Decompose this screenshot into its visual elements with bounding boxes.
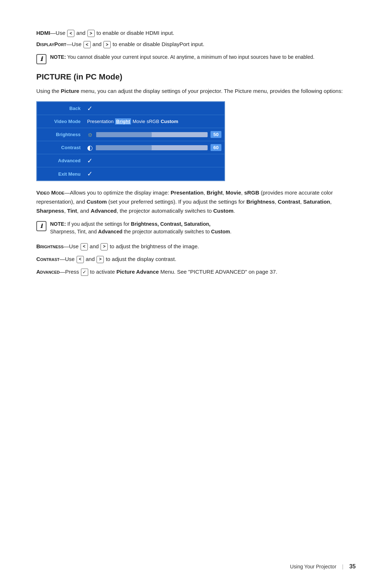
hdmi-description: to enable or disable HDMI input. [97,30,174,36]
brightness-def-line: BRIGHTNESS—Use < and > to adjust the bri… [36,242,356,251]
bright-bold: Bright [207,189,222,196]
advanced-def-line: ADVANCED—Press ✓ to activate Picture Adv… [36,268,356,277]
note-box-1: ℹ NOTE: You cannot disable your current … [36,53,356,64]
note-text-2: NOTE: If you adjust the settings for Bri… [50,220,232,236]
page-footer: Using Your Projector | 35 [290,563,356,570]
contrast-bold2: Contrast [278,199,300,205]
contrast-left-key: < [77,256,84,263]
advanced-def-label: ADVANCED [36,269,60,275]
note2-text3: the projector automatically switches to [122,229,211,234]
contrast-fill [96,145,152,150]
hdmi-line: HDMI—Use < and > to enable or disable HD… [36,29,356,37]
and1: , and [77,208,91,214]
note2-advanced: Advanced [98,229,122,234]
presentation-bold: Presentation [171,189,204,196]
advanced-checkmark: ✓ [87,157,93,165]
video-mode-label: VIDEO MODE [36,189,64,196]
contrast-def-text: —Use [60,256,76,262]
note-icon-1: ℹ [36,54,46,64]
contrast-circle-icon: ◐ [87,144,93,152]
contrast-slider-container: ◐ 60 [87,144,221,152]
comma3: , [241,189,244,196]
advanced-activate: to activate [89,269,117,275]
advanced-menu-text: Menu. See "PICTURE ADVANCED" on page 37. [159,269,277,275]
vmo-presentation: Presentation [87,119,114,124]
movie-bold: Movie [226,189,241,196]
menu-value-advanced: ✓ [84,155,224,167]
vmo-custom: Custom [161,119,178,124]
menu-label-exit: Exit Menu [37,169,84,179]
tint-bold: Tint [67,208,77,214]
contrast-and: and [86,256,95,262]
section-title: PICTURE (in PC Mode) [36,72,356,82]
advanced-bold2: Advanced [91,208,117,214]
menu-label-back: Back [37,103,84,113]
contrast-track [96,145,208,150]
menu-label-advanced: Advanced [37,156,84,166]
advanced-def-text: —Press [60,269,81,275]
note-bold-1: NOTE: [50,54,66,60]
video-mode-desc: VIDEO MODE—Allows you to optimize the di… [36,188,356,215]
comma6: , [330,199,332,205]
displayport-description: to enable or disable DisplayPort input. [113,41,204,47]
custom-bold2: Custom [213,208,233,214]
displayport-text: —Use [66,41,83,47]
displayport-label: DISPLAYPORT [36,41,66,47]
advanced-checkmark-icon: ✓ [81,269,88,276]
hdmi-label: HDMI [36,30,50,36]
sharpness-bold: Sharpness [36,208,64,214]
contrast-def-line: CONTRAST—Use < and > to adjust the displ… [36,255,356,264]
back-checkmark: ✓ [87,105,93,113]
menu-row-advanced: Advanced ✓ [37,154,224,167]
page-number: 35 [349,563,356,570]
hdmi-and: and [76,30,85,36]
brightness-slider-container: ☼ 50 [87,131,221,138]
menu-label-contrast: Contrast [37,143,84,152]
contrast-def-label: CONTRAST [36,256,60,262]
note-content-1: You cannot disable your current input so… [67,54,314,60]
menu-value-brightness: ☼ 50 [84,128,224,140]
menu-row-videomode: Video Mode Presentation Bright Movie sRG… [37,115,224,128]
menu-value-exit: ✓ [84,168,224,180]
saturation-bold: Saturation [303,199,330,205]
menu-ui: Back ✓ Video Mode Presentation Bright Mo… [36,101,225,181]
hdmi-right-key: > [87,30,95,37]
vmo-bright: Bright [115,118,131,124]
brightness-track [96,132,208,137]
menu-value-contrast: ◐ 60 [84,142,224,154]
displayport-right-key: > [103,41,111,48]
custom-paren: (set your preferred settings). If you ad… [107,199,246,205]
hdmi-left-key: < [67,30,74,37]
note-icon-2: ℹ [36,221,46,231]
picture-advance-bold: Picture Advance [117,269,159,275]
menu-row-back: Back ✓ [37,102,224,115]
note2-custom: Custom [211,229,230,234]
brightness-sun-icon: ☼ [87,131,93,138]
period1: . [233,208,235,214]
section-desc: Using the Picture menu, you can adjust t… [36,87,356,95]
exit-checkmark: ✓ [87,170,93,178]
comma2: , [222,189,225,196]
displayport-left-key: < [83,41,91,48]
menu-row-contrast: Contrast ◐ 60 [37,141,224,154]
video-mode-intro: —Allows you to optimize the display imag… [64,189,171,196]
note2-brightness: Brightness, Contrast, Saturation, [131,221,211,227]
menu-value-videomode: Presentation Bright Movie sRGB Custom [84,116,224,127]
vmo-srgb: sRGB [147,119,159,124]
contrast-right-key: > [97,256,104,263]
brightness-def-text: —Use [64,243,80,249]
contrast-value: 60 [211,144,221,151]
brightness-desc: to adjust the brightness of the image. [110,243,199,249]
brightness-fill [96,132,152,137]
displayport-and: and [93,41,102,47]
contrast-desc: to adjust the display contrast. [106,256,176,262]
menu-row-brightness: Brightness ☼ 50 [37,128,224,141]
brightness-def-label: BRIGHTNESS [36,243,64,249]
custom-bold: Custom [86,199,107,205]
brightness-left-key: < [81,243,88,250]
displayport-line: DISPLAYPORT—Use < and > to enable or dis… [36,40,356,49]
srgb-bold: sRGB [244,189,260,196]
menu-row-exit: Exit Menu ✓ [37,167,224,180]
comma7: , [64,208,67,214]
auto-switch-text: , the projector automatically switches t… [117,208,213,214]
